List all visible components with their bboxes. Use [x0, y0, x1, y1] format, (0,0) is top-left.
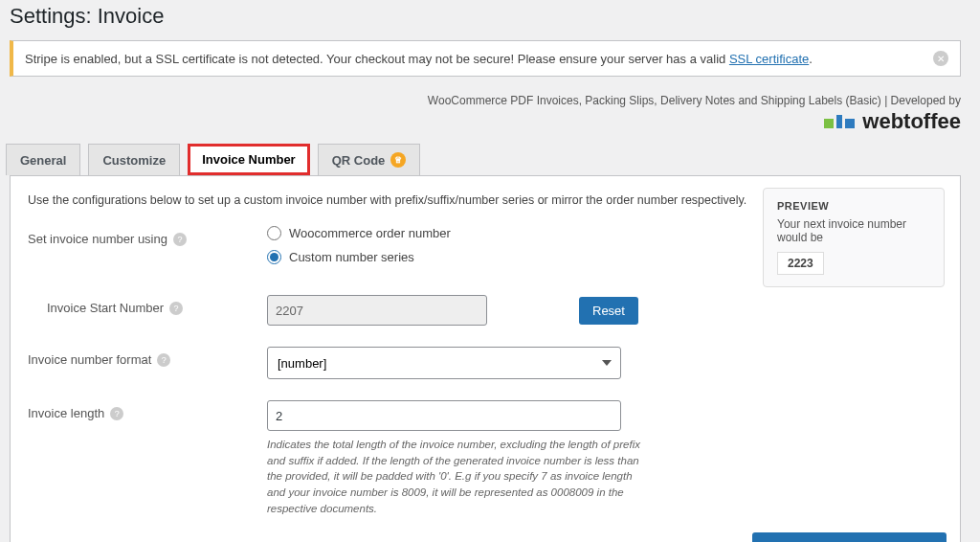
tab-qr-code[interactable]: QR Code ♕	[318, 144, 421, 175]
invoice-format-select[interactable]	[267, 347, 621, 379]
reset-button[interactable]: Reset	[579, 297, 638, 325]
page-title: Settings: Invoice	[10, 0, 961, 36]
help-icon[interactable]: ?	[110, 407, 123, 420]
set-invoice-using-label: Set invoice number using	[28, 232, 167, 246]
ssl-certificate-link[interactable]: SSL certificate	[729, 52, 809, 66]
tab-invoice-number[interactable]: Invoice Number	[188, 144, 310, 175]
preview-text: Your next invoice number would be	[777, 217, 930, 244]
tab-customize[interactable]: Customize	[88, 144, 180, 175]
notice-text: Stripe is enabled, but a SSL certificate…	[25, 52, 813, 66]
invoice-length-label: Invoice length	[28, 406, 104, 420]
invoice-number-format-label: Invoice number format	[28, 352, 151, 367]
ssl-warning-notice: Stripe is enabled, but a SSL certificate…	[10, 40, 961, 77]
dismiss-notice-button[interactable]: ✕	[933, 51, 948, 66]
chevron-down-icon	[602, 360, 612, 366]
preview-number: 2223	[777, 252, 824, 275]
preview-box: PREVIEW Your next invoice number would b…	[763, 188, 945, 287]
invoice-length-hint: Indicates the total length of the invoic…	[267, 437, 640, 516]
invoice-start-number-label: Invoice Start Number	[47, 301, 164, 315]
help-icon[interactable]: ?	[157, 353, 170, 367]
help-icon[interactable]: ?	[173, 233, 187, 246]
tab-panel-invoice-number: Use the configurations below to set up a…	[10, 175, 961, 542]
save-invoice-number-button[interactable]: Save Invoice number settings	[752, 532, 947, 542]
premium-crown-icon: ♕	[390, 152, 406, 168]
radio-wc-order-number[interactable]: Woocommerce order number	[267, 226, 746, 240]
tab-general[interactable]: General	[6, 144, 80, 175]
radio-custom-series[interactable]: Custom number series	[267, 250, 746, 264]
help-icon[interactable]: ?	[169, 302, 183, 315]
invoice-length-input[interactable]	[267, 400, 621, 431]
webtoffee-logo: webtoffee	[824, 109, 961, 134]
preview-heading: PREVIEW	[777, 200, 930, 212]
credit-line: WooCommerce PDF Invoices, Packing Slips,…	[10, 94, 961, 107]
tab-bar: General Customize Invoice Number QR Code…	[6, 144, 961, 175]
invoice-start-number-input[interactable]	[267, 295, 487, 326]
